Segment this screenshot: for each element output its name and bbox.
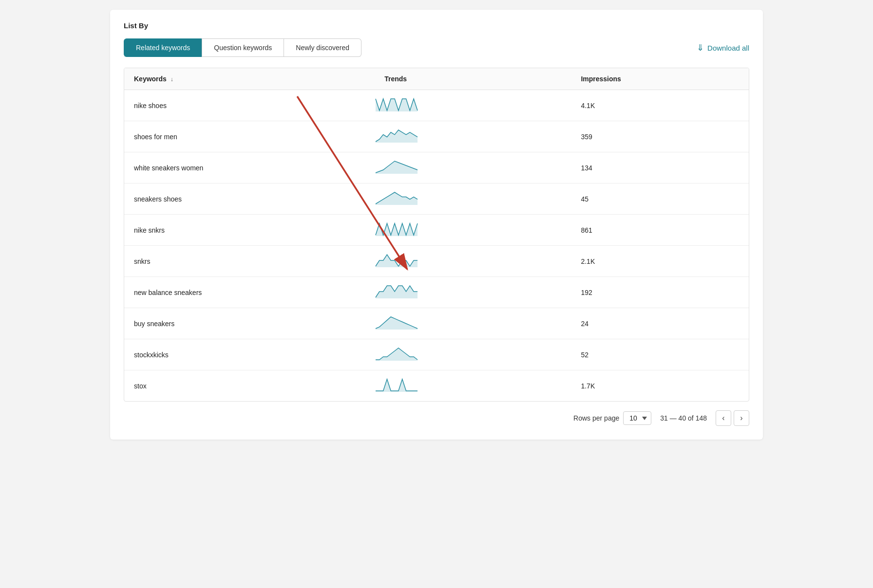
footer-row: Rows per page 5 10 20 50 31 — 40 of 148 … (124, 410, 749, 426)
list-by-label: List By (124, 21, 749, 30)
download-icon: ⇓ (697, 42, 704, 53)
trend-cell (345, 277, 551, 308)
keyword-cell: nike snkrs (124, 215, 345, 246)
table-row: stockxkicks52 (124, 339, 749, 370)
prev-page-button[interactable]: ‹ (716, 410, 731, 426)
download-label: Download all (707, 44, 749, 52)
svg-marker-9 (376, 379, 418, 392)
keyword-cell: white sneakers women (124, 152, 345, 184)
impressions-cell: 4.1K (551, 90, 749, 121)
table-row: new balance sneakers192 (124, 277, 749, 308)
col-impressions: Impressions (551, 68, 749, 90)
tab-question[interactable]: Question keywords (202, 38, 284, 57)
impressions-cell: 1.7K (551, 370, 749, 402)
keyword-cell: shoes for men (124, 121, 345, 152)
table-row: buy sneakers24 (124, 308, 749, 339)
impressions-cell: 861 (551, 215, 749, 246)
impressions-cell: 24 (551, 308, 749, 339)
keyword-cell: stockxkicks (124, 339, 345, 370)
keyword-cell: new balance sneakers (124, 277, 345, 308)
download-all-button[interactable]: ⇓ Download all (697, 42, 749, 53)
table-row: stox1.7K (124, 370, 749, 402)
trend-cell (345, 246, 551, 277)
svg-marker-5 (376, 255, 418, 267)
annotation-container: Keywords ↓ Trends Impressions nike shoes… (124, 68, 749, 402)
header-row: Related keywords Question keywords Newly… (124, 38, 749, 57)
rows-per-page-label: Rows per page (573, 414, 619, 422)
keyword-cell: stox (124, 370, 345, 402)
trend-cell (345, 339, 551, 370)
impressions-cell: 134 (551, 152, 749, 184)
page-info: 31 — 40 of 148 (660, 414, 707, 422)
rows-per-page-group: Rows per page 5 10 20 50 (573, 411, 651, 425)
keyword-cell: snkrs (124, 246, 345, 277)
table-wrap: Keywords ↓ Trends Impressions nike shoes… (124, 68, 749, 402)
trend-cell (345, 121, 551, 152)
trend-cell (345, 215, 551, 246)
keyword-cell: nike shoes (124, 90, 345, 121)
trend-cell (345, 90, 551, 121)
tab-newly[interactable]: Newly discovered (284, 38, 361, 57)
trend-cell (345, 370, 551, 402)
impressions-cell: 52 (551, 339, 749, 370)
trend-cell (345, 152, 551, 184)
table-header-row: Keywords ↓ Trends Impressions (124, 68, 749, 90)
svg-marker-7 (376, 317, 418, 330)
table-body: nike shoes4.1Kshoes for men359white snea… (124, 90, 749, 402)
impressions-cell: 192 (551, 277, 749, 308)
table-row: sneakers shoes45 (124, 184, 749, 215)
table-row: white sneakers women134 (124, 152, 749, 184)
table-row: shoes for men359 (124, 121, 749, 152)
table-row: nike shoes4.1K (124, 90, 749, 121)
trend-cell (345, 184, 551, 215)
col-trends: Trends (345, 68, 551, 90)
rows-per-page-select[interactable]: 5 10 20 50 (623, 411, 651, 425)
page-nav: ‹ › (716, 410, 749, 426)
trend-cell (345, 308, 551, 339)
tab-related[interactable]: Related keywords (124, 38, 202, 57)
next-page-button[interactable]: › (734, 410, 749, 426)
keyword-cell: buy sneakers (124, 308, 345, 339)
col-keywords: Keywords ↓ (124, 68, 345, 90)
table-row: snkrs2.1K (124, 246, 749, 277)
impressions-cell: 45 (551, 184, 749, 215)
tab-group: Related keywords Question keywords Newly… (124, 38, 361, 57)
keyword-cell: sneakers shoes (124, 184, 345, 215)
impressions-cell: 359 (551, 121, 749, 152)
keywords-table: Keywords ↓ Trends Impressions nike shoes… (124, 68, 749, 401)
sort-icon[interactable]: ↓ (171, 76, 173, 83)
table-row: nike snkrs861 (124, 215, 749, 246)
impressions-cell: 2.1K (551, 246, 749, 277)
